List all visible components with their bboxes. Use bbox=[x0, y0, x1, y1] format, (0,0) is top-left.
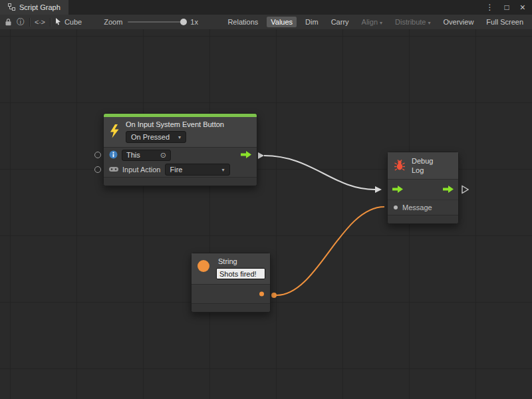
string-node-body bbox=[192, 284, 270, 303]
this-label: This bbox=[126, 151, 140, 159]
this-input-port[interactable] bbox=[94, 152, 101, 158]
string-value-input[interactable] bbox=[216, 268, 265, 279]
lock-icon[interactable] bbox=[5, 18, 12, 26]
this-icon bbox=[109, 150, 118, 160]
relations-button[interactable]: Relations bbox=[223, 17, 262, 27]
tab-title: Script Graph bbox=[19, 3, 61, 11]
debug-node-title: Debug bbox=[412, 156, 433, 166]
string-node-title: String bbox=[218, 257, 265, 265]
window-controls: ⋮ □ × bbox=[479, 0, 532, 15]
bug-icon bbox=[394, 160, 406, 172]
event-node-title: On Input System Event Button bbox=[126, 120, 224, 128]
event-output-port-triangle[interactable] bbox=[258, 152, 264, 159]
zoom-label: Zoom bbox=[104, 18, 122, 26]
node-on-input-system-event-button[interactable]: On Input System Event Button On Pressed … bbox=[103, 113, 257, 186]
event-node-footer bbox=[104, 177, 257, 186]
carry-button[interactable]: Carry bbox=[327, 17, 353, 27]
zoom-control: Zoom 1x bbox=[104, 18, 198, 26]
close-icon[interactable]: × bbox=[520, 2, 525, 13]
graph-toolbar: ⓘ <∙> Cube Zoom 1x Relations Values Dim … bbox=[0, 15, 532, 30]
string-output-port-dot[interactable] bbox=[271, 293, 277, 298]
this-object-field[interactable]: This ⊙ bbox=[122, 150, 171, 161]
input-action-label: Input Action bbox=[122, 166, 161, 174]
zoom-slider-knob[interactable] bbox=[180, 19, 187, 25]
string-output-port[interactable] bbox=[259, 292, 264, 297]
info-icon[interactable]: ⓘ bbox=[17, 18, 25, 26]
string-type-icon bbox=[198, 260, 209, 272]
node-debug-log[interactable]: Debug Log bbox=[387, 152, 459, 224]
cursor-icon bbox=[55, 17, 61, 27]
flow-input-arrow-icon[interactable] bbox=[392, 186, 403, 194]
script-graph-icon bbox=[8, 3, 15, 12]
distribute-label: Distribute bbox=[395, 18, 426, 26]
flow-output-arrow-icon[interactable] bbox=[443, 186, 454, 194]
tab-script-graph[interactable]: Script Graph bbox=[0, 0, 68, 15]
on-pressed-dropdown[interactable]: On Pressed ▾ bbox=[126, 131, 186, 143]
input-action-dropdown[interactable]: Fire ▾ bbox=[165, 164, 230, 176]
this-row: This ⊙ bbox=[104, 148, 257, 162]
message-input-port[interactable] bbox=[394, 205, 398, 209]
caret-down-icon: ▾ bbox=[178, 134, 181, 140]
overview-button[interactable]: Overview bbox=[440, 17, 478, 27]
flow-output-port-triangle[interactable] bbox=[462, 186, 469, 194]
debug-node-subtitle: Log bbox=[412, 166, 433, 175]
message-label: Message bbox=[402, 203, 432, 211]
string-node-header: String bbox=[192, 253, 270, 284]
object-picker-icon[interactable]: ⊙ bbox=[160, 151, 166, 160]
caret-down-icon: ▾ bbox=[428, 20, 431, 26]
title-bar: Script Graph ⋮ □ × bbox=[0, 0, 532, 15]
code-icon[interactable]: <∙> bbox=[35, 19, 45, 26]
graph-canvas[interactable]: On Input System Event Button On Pressed … bbox=[0, 29, 532, 399]
input-action-row: Input Action Fire ▾ bbox=[104, 162, 257, 177]
toolbar-divider bbox=[29, 18, 30, 27]
full-screen-button[interactable]: Full Screen bbox=[482, 17, 527, 27]
debug-flow-row bbox=[388, 179, 458, 200]
control-wire-arrowhead bbox=[375, 186, 382, 193]
zoom-value: 1x bbox=[190, 18, 198, 26]
gamepad-icon bbox=[109, 166, 118, 174]
align-button[interactable]: Align▾ bbox=[358, 17, 386, 27]
align-label: Align bbox=[362, 18, 378, 26]
caret-down-icon: ▾ bbox=[221, 167, 224, 173]
script-graph-window: Script Graph ⋮ □ × ⓘ <∙> Cube bbox=[0, 0, 532, 399]
string-node-footer bbox=[192, 303, 270, 312]
debug-node-header: Debug Log bbox=[388, 152, 458, 179]
input-action-value: Fire bbox=[170, 166, 183, 174]
target-object-selector[interactable]: Cube bbox=[55, 17, 82, 27]
event-node-header: On Input System Event Button On Pressed … bbox=[104, 117, 257, 147]
trigger-output-arrow-icon[interactable] bbox=[241, 151, 251, 160]
toolbar-divider bbox=[50, 18, 51, 27]
menu-icon[interactable]: ⋮ bbox=[486, 3, 494, 12]
control-wire bbox=[264, 156, 375, 190]
event-node-body: This ⊙ bbox=[104, 147, 257, 177]
caret-down-icon: ▾ bbox=[380, 20, 382, 26]
debug-node-footer bbox=[388, 215, 458, 223]
message-row: Message bbox=[388, 200, 458, 215]
target-object-label: Cube bbox=[65, 18, 82, 26]
distribute-button[interactable]: Distribute▾ bbox=[391, 17, 434, 27]
maximize-icon[interactable]: □ bbox=[505, 3, 509, 12]
on-pressed-value: On Pressed bbox=[131, 133, 170, 141]
value-wire bbox=[277, 207, 384, 295]
zoom-slider[interactable] bbox=[128, 21, 185, 23]
input-action-port[interactable] bbox=[94, 166, 101, 173]
dim-button[interactable]: Dim bbox=[301, 17, 323, 27]
node-string-literal[interactable]: String bbox=[191, 253, 271, 313]
values-button[interactable]: Values bbox=[267, 17, 297, 27]
lightning-icon bbox=[109, 124, 120, 140]
